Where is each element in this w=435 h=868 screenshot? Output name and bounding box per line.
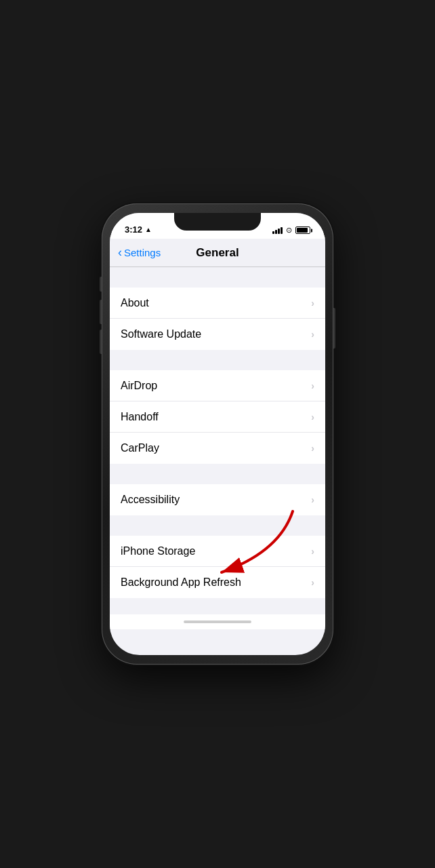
accessibility-label: Accessibility xyxy=(121,494,180,506)
navigation-bar: ‹ Settings General xyxy=(110,239,325,267)
airdrop-label: AirDrop xyxy=(121,380,157,392)
home-bar xyxy=(184,620,251,623)
location-icon: ▲ xyxy=(145,226,152,233)
carplay-chevron-icon: › xyxy=(311,443,314,454)
power-button xyxy=(333,308,335,349)
section-2: AirDrop › Handoff › CarPlay › xyxy=(110,370,325,464)
battery-fill xyxy=(297,228,308,233)
about-chevron-icon: › xyxy=(311,298,314,309)
status-icons: ⊙ xyxy=(272,226,310,235)
software-update-chevron-icon: › xyxy=(311,329,314,340)
page-title: General xyxy=(196,246,239,260)
section-gap-5 xyxy=(110,598,325,614)
section-gap-4 xyxy=(110,515,325,536)
mute-button xyxy=(100,277,102,292)
section-gap-2 xyxy=(110,350,325,370)
menu-item-carplay[interactable]: CarPlay › xyxy=(110,433,325,464)
iphone-storage-label: iPhone Storage xyxy=(121,545,195,557)
battery-icon xyxy=(295,226,310,234)
section-gap-1 xyxy=(110,267,325,288)
accessibility-chevron-icon: › xyxy=(311,494,314,505)
section-4: iPhone Storage › Background App Refresh … xyxy=(110,536,325,598)
airdrop-chevron-icon: › xyxy=(311,380,314,391)
section-3: Accessibility › xyxy=(110,484,325,515)
carplay-label: CarPlay xyxy=(121,442,159,454)
menu-item-iphone-storage[interactable]: iPhone Storage › xyxy=(110,536,325,567)
menu-item-airdrop[interactable]: AirDrop › xyxy=(110,370,325,401)
signal-icon xyxy=(272,227,283,234)
section-gap-3 xyxy=(110,464,325,484)
status-time: 3:12 ▲ xyxy=(125,224,152,235)
section-1: About › Software Update › xyxy=(110,288,325,350)
volume-down-button xyxy=(100,330,102,354)
iphone-storage-chevron-icon: › xyxy=(311,546,314,557)
about-label: About xyxy=(121,297,149,309)
background-app-refresh-chevron-icon: › xyxy=(311,577,314,588)
back-button[interactable]: ‹ Settings xyxy=(118,245,161,260)
background-app-refresh-label: Background App Refresh xyxy=(121,576,241,589)
menu-item-background-app-refresh[interactable]: Background App Refresh › xyxy=(110,567,325,598)
handoff-chevron-icon: › xyxy=(311,412,314,422)
menu-item-accessibility[interactable]: Accessibility › xyxy=(110,484,325,515)
phone-screen: 3:12 ▲ ⊙ xyxy=(110,213,325,655)
time-display: 3:12 xyxy=(125,224,142,235)
back-label[interactable]: Settings xyxy=(124,247,161,258)
handoff-label: Handoff xyxy=(121,411,159,423)
menu-item-handoff[interactable]: Handoff › xyxy=(110,401,325,433)
wifi-icon: ⊙ xyxy=(286,226,292,235)
home-indicator xyxy=(110,614,325,629)
back-chevron-icon: ‹ xyxy=(118,245,122,260)
volume-up-button xyxy=(100,300,102,324)
notch xyxy=(174,213,261,231)
phone-frame: 3:12 ▲ ⊙ xyxy=(102,203,333,665)
software-update-label: Software Update xyxy=(121,328,201,340)
settings-list: About › Software Update › AirDrop › xyxy=(110,267,325,614)
menu-item-about[interactable]: About › xyxy=(110,288,325,319)
menu-item-software-update[interactable]: Software Update › xyxy=(110,319,325,350)
